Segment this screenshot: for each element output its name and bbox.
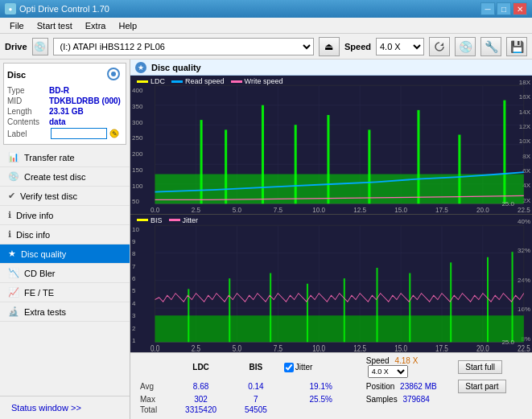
disc-icon-button[interactable]: 💿 [455, 37, 476, 56]
chart2-xmax: 25.0 [501, 339, 514, 346]
write-speed-legend-item: Write speed [231, 77, 283, 85]
read-speed-legend-label: Read speed [185, 77, 225, 85]
svg-rect-28 [368, 129, 370, 203]
sidebar-item-drive-info[interactable]: ℹ Drive info [0, 206, 130, 225]
sidebar-item-fe-te[interactable]: 📈 FE / TE [0, 283, 130, 302]
transfer-rate-icon: 📊 [8, 152, 19, 162]
maximize-button[interactable]: □ [497, 2, 511, 15]
svg-rect-66 [450, 262, 452, 342]
sidebar-label-cd-bler: CD Bler [24, 269, 56, 278]
stats-total-row: Total 3315420 54505 [137, 405, 526, 414]
disc-type-row: Type BD-R [7, 86, 122, 95]
drive-select[interactable]: (I:) ATAPI iHBS112 2 PL06 [53, 38, 314, 55]
disc-title: Disc [7, 70, 26, 80]
svg-text:0.0: 0.0 [151, 343, 159, 352]
sidebar-item-cd-bler[interactable]: 📉 CD Bler [0, 264, 130, 283]
read-speed-legend-item: Read speed [171, 77, 225, 85]
quality-icon: ★ [135, 62, 146, 73]
total-bis: 54505 [233, 405, 279, 414]
bis-header: BIS [233, 356, 279, 378]
status-window-button[interactable]: Status window >> [5, 400, 88, 416]
sidebar-label-verify-test-disc: Verify test disc [20, 191, 77, 201]
menu-help[interactable]: Help [112, 19, 143, 32]
bis-chart-svg: 0.0 2.5 5.0 7.5 10.0 12.5 15.0 17.5 20.0… [130, 215, 532, 353]
svg-text:15.0: 15.0 [394, 343, 407, 352]
disc-label-input[interactable] [51, 128, 107, 139]
label-edit-icon[interactable]: ✎ [109, 128, 120, 139]
ldc-chart-svg: 0.0 2.5 5.0 7.5 10.0 12.5 15.0 17.5 20.0… [130, 76, 532, 214]
refresh-button[interactable] [429, 37, 450, 56]
eject-button[interactable]: ⏏ [319, 37, 340, 56]
wrench-button[interactable]: 🔧 [480, 37, 501, 56]
svg-rect-23 [200, 120, 203, 203]
sidebar-item-disc-info[interactable]: ℹ Disc info [0, 225, 130, 244]
sidebar-label-disc-info: Disc info [16, 230, 50, 240]
sidebar-item-extra-tests[interactable]: 🔬 Extra tests [0, 302, 130, 322]
svg-text:15.0: 15.0 [394, 206, 407, 214]
avg-ldc: 8.68 [171, 380, 231, 393]
menu-start-test[interactable]: Start test [31, 19, 79, 32]
samples-label: Samples [366, 395, 398, 404]
sidebar-item-transfer-rate[interactable]: 📊 Transfer rate [0, 148, 130, 167]
save-button[interactable]: 💾 [506, 37, 527, 56]
quality-title: Disc quality [151, 63, 201, 72]
jitter-header-cell: Jitter [281, 356, 361, 378]
position-value: 23862 MB [400, 382, 437, 391]
svg-rect-61 [270, 273, 271, 342]
menu-bar: File Start test Extra Help [0, 18, 532, 34]
extra-tests-icon: 🔬 [8, 306, 19, 317]
svg-rect-60 [229, 278, 230, 342]
title-bar-left: ● Opti Drive Control 1.70 [5, 3, 109, 14]
avg-bis: 0.14 [233, 380, 279, 393]
sidebar-label-extra-tests: Extra tests [24, 307, 66, 317]
disc-refresh-icon[interactable] [106, 67, 122, 83]
svg-text:10.0: 10.0 [312, 343, 325, 352]
stats-speed-select[interactable]: 4.0 X [368, 365, 408, 378]
disc-length-row: Length 23.31 GB [7, 107, 122, 116]
svg-rect-27 [327, 115, 329, 203]
speed-select[interactable]: 4.0 X [376, 38, 424, 55]
minimize-button[interactable]: ─ [480, 2, 495, 15]
disc-panel: Disc Type BD-R MID TDKBLDRBB (000) Lengt… [3, 63, 126, 145]
svg-rect-58 [155, 315, 524, 342]
start-part-button[interactable]: Start part [458, 380, 505, 393]
sidebar-item-disc-quality[interactable]: ★ Disc quality [0, 244, 130, 264]
samples-cell: Samples 379684 [363, 395, 454, 404]
chart2-legend: BIS Jitter [134, 216, 201, 225]
main-content: Disc Type BD-R MID TDKBLDRBB (000) Lengt… [0, 60, 532, 419]
svg-rect-29 [417, 110, 419, 203]
svg-text:7.5: 7.5 [274, 206, 282, 214]
svg-rect-65 [409, 273, 410, 342]
app-icon: ● [5, 3, 16, 14]
speed-header-label: Speed [366, 356, 390, 365]
start-full-button[interactable]: Start full [458, 360, 502, 374]
jitter-checkbox[interactable] [284, 363, 294, 372]
ldc-legend-label: LDC [151, 77, 165, 85]
svg-text:5.0: 5.0 [233, 206, 241, 214]
sidebar-label-disc-quality: Disc quality [21, 249, 66, 259]
fe-te-icon: 📈 [8, 287, 19, 298]
svg-text:20.0: 20.0 [476, 343, 489, 352]
drive-info-icon: ℹ [8, 210, 11, 220]
svg-marker-0 [440, 43, 443, 46]
svg-rect-63 [344, 278, 345, 342]
drive-bar: Drive 💿 (I:) ATAPI iHBS112 2 PL06 ⏏ Spee… [0, 34, 532, 60]
sidebar-label-fe-te: FE / TE [24, 288, 54, 298]
charts-wrapper: LDC Read speed Write speed 18X16X14X12X1… [130, 76, 532, 352]
sidebar-item-verify-test-disc[interactable]: ✔ Verify test disc [0, 187, 130, 206]
close-button[interactable]: ✕ [513, 2, 527, 15]
menu-extra[interactable]: Extra [79, 19, 113, 32]
svg-text:22.5: 22.5 [518, 343, 530, 352]
total-label: Total [137, 405, 169, 414]
speed-label: Speed [344, 42, 371, 51]
stats-header-row: LDC BIS Jitter Speed 4.18 X 4.0 X [137, 356, 526, 378]
svg-rect-24 [225, 129, 227, 203]
menu-file[interactable]: File [3, 19, 31, 32]
sidebar-item-create-test-disc[interactable]: 💿 Create test disc [0, 167, 130, 187]
max-ldc: 302 [171, 395, 231, 404]
verify-icon: ✔ [8, 191, 15, 201]
cd-bler-icon: 📉 [8, 268, 19, 278]
avg-label: Avg [137, 380, 169, 393]
bis-legend-color [137, 219, 148, 221]
stats-avg-row: Avg 8.68 0.14 19.1% Position 23862 MB St… [137, 380, 526, 393]
